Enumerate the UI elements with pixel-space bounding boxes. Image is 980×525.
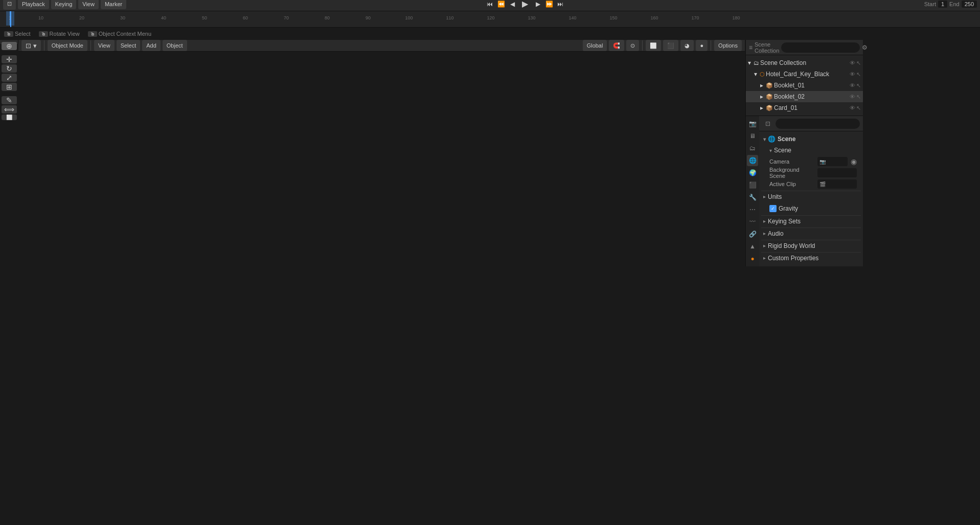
properties-type-button[interactable]: ⊡ [762, 118, 773, 129]
playback-menu[interactable]: Playback [18, 0, 49, 9]
b1-vis-eye[interactable]: 👁 [850, 82, 855, 89]
outliner-card01-row[interactable]: ▸ 📦 Card_01 👁 ↖ [746, 102, 863, 113]
view-layer-properties-icon[interactable]: 🗂 [747, 143, 758, 154]
rotate-tool-button[interactable]: ↻ [2, 64, 17, 73]
outliner-search-input[interactable] [781, 42, 860, 53]
world-properties-icon[interactable]: 🌍 [747, 167, 758, 178]
timeline-type-button[interactable]: ⊡ [3, 0, 16, 10]
transform-tool-button[interactable]: ⊞ [2, 83, 17, 91]
outliner-filter-button[interactable]: ⚙ [862, 42, 868, 53]
viewport-shading-render[interactable]: ● [696, 40, 708, 51]
constraints-properties-icon[interactable]: 🔗 [747, 229, 758, 240]
background-scene-value[interactable] [817, 168, 857, 177]
viewport-shading-solid[interactable]: ⬛ [663, 40, 678, 51]
object-menu[interactable]: Object [163, 40, 187, 51]
timeline-playhead[interactable] [10, 11, 11, 28]
end-frame-value[interactable]: 250 [962, 1, 977, 8]
custom-properties-header[interactable]: ▸ Custom Properties [761, 252, 861, 263]
outliner-scene-collection-row[interactable]: ▾ 🗂 Scene Collection 👁 ↖ [746, 57, 863, 69]
c1-vis-cursor[interactable]: ↖ [856, 105, 861, 111]
scene-section-header[interactable]: ▾ 🌐 Scene [761, 133, 861, 145]
jump-prev-keyframe[interactable]: ⏪ [495, 0, 507, 10]
step-back-button[interactable]: ◀ [507, 0, 518, 10]
render-properties-icon[interactable]: 📷 [747, 118, 758, 129]
gravity-row: ✓ Gravity [761, 203, 861, 214]
marker-menu[interactable]: Marker [101, 0, 126, 9]
play-button[interactable]: ▶ [518, 0, 532, 11]
options-button[interactable]: Options [714, 40, 742, 51]
jump-next-keyframe[interactable]: ⏩ [543, 0, 555, 10]
outliner-hotel-card-row[interactable]: ▾ ⬡ Hotel_Card_Key_Black 👁 ↖ [746, 69, 863, 80]
c1-vis-eye[interactable]: 👁 [850, 105, 855, 111]
object-mode-dropdown[interactable]: Object Mode [48, 40, 87, 51]
particles-properties-icon[interactable]: ⋯ [747, 204, 758, 215]
camera-row: Camera 📷 ◉ [761, 156, 861, 167]
move-tool-button[interactable]: ✛ [2, 55, 17, 63]
measure-tool-button[interactable]: ⟺ [2, 105, 17, 113]
vis-icon-cursor[interactable]: ↖ [856, 60, 861, 66]
jump-start-button[interactable]: ⏮ [484, 0, 495, 10]
rigid-body-world-header[interactable]: ▸ Rigid Body World [761, 240, 861, 251]
outliner-booklet01-row[interactable]: ▸ 📦 Booklet_01 👁 ↖ [746, 80, 863, 91]
outliner-booklet02-row[interactable]: ▸ 📦 Booklet_02 👁 ↖ [746, 91, 863, 102]
background-scene-label: Background Scene [769, 167, 815, 179]
snap-button[interactable]: 🧲 [609, 40, 624, 51]
svg-text:180: 180 [732, 15, 740, 20]
data-properties-icon[interactable]: ▲ [747, 241, 758, 252]
camera-eyedropper[interactable]: ◉ [851, 157, 857, 166]
b2-vis-cursor[interactable]: ↖ [856, 94, 861, 100]
status-bar: 🖱 Select 🖱 Rotate View 🖱 Object Context … [0, 27, 980, 40]
audio-section-header[interactable]: ▸ Audio [761, 227, 861, 239]
properties-panel: 📷 🖥 🗂 🌐 🌍 ⬛ 🔧 ⋯ 〰 🔗 ▲ ● ⊡ [745, 116, 863, 266]
object-properties-icon[interactable]: ⬛ [747, 179, 758, 191]
add-menu[interactable]: Add [142, 40, 161, 51]
context-menu-label: Object Context Menu [99, 31, 151, 37]
svg-text:100: 100 [405, 15, 413, 20]
view-menu-timeline[interactable]: View [78, 0, 99, 9]
rotate-key-icon: 🖱 [39, 31, 48, 37]
proportional-edit[interactable]: ⊙ [626, 40, 639, 51]
scene-label: Scene [778, 135, 795, 143]
add-cube-button[interactable]: ⬜ [2, 115, 17, 120]
outliner-type-button[interactable]: ≡ [749, 42, 753, 53]
select-menu[interactable]: Select [117, 40, 141, 51]
svg-text:40: 40 [161, 15, 166, 20]
global-dropdown[interactable]: Global [583, 40, 607, 51]
hotel-vis-eye[interactable]: 👁 [850, 71, 855, 78]
units-label: Units [768, 193, 782, 200]
scale-tool-button[interactable]: ⤢ [2, 74, 17, 82]
keying-menu[interactable]: Keying [51, 0, 77, 9]
scene-properties-icon[interactable]: 🌐 [747, 155, 758, 166]
b1-vis-cursor[interactable]: ↖ [856, 82, 861, 89]
start-frame-value[interactable]: 1 [938, 1, 947, 8]
editor-type-button[interactable]: ⊡ ▾ [21, 40, 41, 51]
camera-value[interactable]: 📷 [817, 157, 848, 166]
physics-properties-icon[interactable]: 〰 [747, 216, 758, 227]
viewport-shading-wire[interactable]: ⬜ [646, 40, 661, 51]
keying-sets-header[interactable]: ▸ Keying Sets [761, 215, 861, 226]
gravity-checkbox[interactable]: ✓ [769, 205, 777, 212]
timeline-ruler[interactable]: 1 10 20 30 40 50 60 70 80 90 100 110 120… [0, 11, 980, 28]
output-properties-icon[interactable]: 🖥 [747, 130, 758, 142]
units-section-header[interactable]: ▸ Units [761, 191, 861, 202]
b2-vis-eye[interactable]: 👁 [850, 94, 855, 100]
step-forward-button[interactable]: ▶ [532, 0, 543, 10]
annotate-tool-button[interactable]: ✎ [2, 96, 17, 104]
active-clip-value[interactable]: 🎬 [817, 179, 857, 189]
scene-sub-header[interactable]: ▾ Scene [761, 145, 861, 156]
start-frame-label: Start [924, 1, 936, 7]
view-menu[interactable]: View [94, 40, 115, 51]
properties-search-input[interactable] [776, 119, 860, 129]
select-label: Select [15, 31, 31, 37]
material-properties-icon[interactable]: ● [747, 253, 758, 264]
cursor-tool-button[interactable]: ⊕ [2, 42, 17, 50]
hotel-vis-cursor[interactable]: ↖ [856, 71, 861, 78]
modifier-properties-icon[interactable]: 🔧 [747, 192, 758, 203]
svg-text:60: 60 [243, 15, 248, 20]
vis-icon-eye[interactable]: 👁 [850, 60, 855, 66]
properties-content: ▾ 🌐 Scene ▾ Scene Camera 📷 [759, 131, 863, 266]
sep4 [711, 40, 711, 51]
jump-end-button[interactable]: ⏭ [555, 0, 566, 10]
context-key-icon: 🖱 [88, 31, 97, 37]
viewport-shading-material[interactable]: ◕ [680, 40, 694, 51]
